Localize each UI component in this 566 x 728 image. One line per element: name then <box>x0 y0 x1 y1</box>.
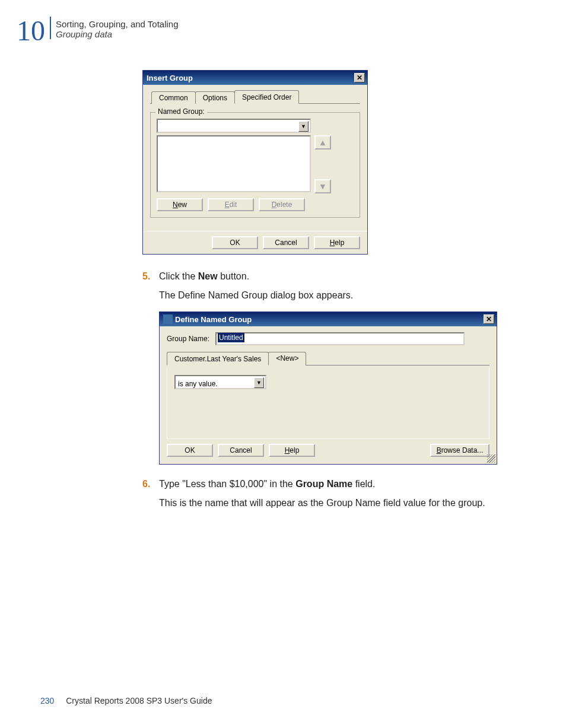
tab-options[interactable]: Options <box>195 91 235 104</box>
named-group-listbox[interactable] <box>157 135 311 192</box>
chevron-down-icon[interactable]: ▼ <box>298 121 309 132</box>
ok-button[interactable]: OK <box>212 236 258 249</box>
up-icon: ▲ <box>319 138 327 147</box>
page-header: 10 Sorting, Grouping, and Totaling Group… <box>17 17 179 45</box>
dialog-title: Insert Group <box>147 74 193 82</box>
step-6-body: This is the name that will appear as the… <box>159 497 510 510</box>
chapter-subtitle: Grouping data <box>56 29 179 39</box>
dialog2-titlebar: Define Named Group ✕ <box>160 312 497 326</box>
guide-name: Crystal Reports 2008 SP3 User's Guide <box>66 696 212 705</box>
help-button[interactable]: Help <box>269 444 315 457</box>
dialog-tabs: Common Options Specified Order <box>150 90 360 104</box>
step-5-body: The Define Named Group dialog box appear… <box>159 289 510 302</box>
named-group-combo[interactable]: ▼ <box>157 119 311 133</box>
page-number: 230 <box>40 696 54 705</box>
chapter-title: Sorting, Grouping, and Totaling <box>56 19 179 29</box>
page-footer: 230 Crystal Reports 2008 SP3 User's Guid… <box>40 696 212 705</box>
move-up-button[interactable]: ▲ <box>314 135 331 150</box>
resize-grip-icon[interactable] <box>487 454 495 463</box>
group-name-input[interactable]: Untitled <box>215 332 465 345</box>
chevron-down-icon[interactable]: ▼ <box>254 377 264 388</box>
dialog-bottom-buttons: OK Cancel Help <box>143 231 367 254</box>
ok-button[interactable]: OK <box>167 444 213 457</box>
step-5: 5. Click the New button. <box>142 271 510 282</box>
delete-button[interactable]: Delete <box>259 198 305 211</box>
cancel-button[interactable]: Cancel <box>263 236 309 249</box>
step-number: 5. <box>142 271 159 282</box>
step-text: Type "Less than $10,000" in the Group Na… <box>159 479 375 489</box>
group-name-label: Group Name: <box>167 335 209 343</box>
dialog2-bottom: OK Cancel Help Browse Data... <box>167 439 489 457</box>
chapter-titles: Sorting, Grouping, and Totaling Grouping… <box>50 17 179 39</box>
cancel-button[interactable]: Cancel <box>218 444 264 457</box>
dialog2-title: Define Named Group <box>175 315 252 324</box>
edit-button[interactable]: Edit <box>208 198 254 211</box>
define-named-group-dialog: Define Named Group ✕ Group Name: Untitle… <box>159 311 497 465</box>
new-button[interactable]: New <box>157 198 203 211</box>
named-group-legend: Named Group: <box>155 107 207 116</box>
condition-value: is any value. <box>176 380 218 388</box>
insert-group-dialog: Insert Group ✕ Common Options Specified … <box>142 70 368 255</box>
close-icon[interactable]: ✕ <box>484 314 494 324</box>
condition-panel: is any value. ▼ <box>167 368 489 439</box>
tab-customer-last-years-sales[interactable]: Customer.Last Year's Sales <box>167 352 269 365</box>
tab-specified-order[interactable]: Specified Order <box>234 90 299 104</box>
close-icon[interactable]: ✕ <box>354 73 365 82</box>
tab-new[interactable]: <New> <box>268 352 306 365</box>
help-button[interactable]: Help <box>314 236 360 249</box>
step-number: 6. <box>142 479 159 489</box>
app-icon <box>163 314 173 324</box>
named-group-frame: Named Group: ▼ ▲ ▼ New Edit <box>150 112 360 218</box>
chapter-number: 10 <box>17 17 45 45</box>
tab-common[interactable]: Common <box>151 91 196 104</box>
condition-tabs: Customer.Last Year's Sales <New> <box>167 351 489 365</box>
move-down-button[interactable]: ▼ <box>314 179 331 193</box>
step-6: 6. Type "Less than $10,000" in the Group… <box>142 479 510 489</box>
step-text: Click the New button. <box>159 271 249 282</box>
condition-combo[interactable]: is any value. ▼ <box>174 375 266 389</box>
browse-data-button[interactable]: Browse Data... <box>430 444 489 457</box>
down-icon: ▼ <box>319 182 327 191</box>
dialog-titlebar: Insert Group ✕ <box>143 71 367 85</box>
main-content: Insert Group ✕ Common Options Specified … <box>142 70 510 520</box>
